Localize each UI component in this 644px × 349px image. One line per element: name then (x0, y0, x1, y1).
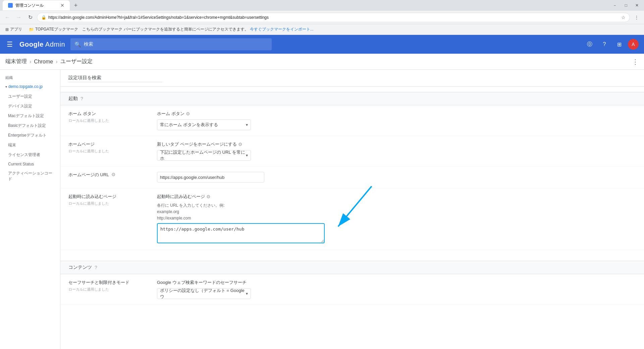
section-startup-title: 起動 (68, 96, 78, 102)
new-tab-button[interactable]: + (71, 1, 80, 10)
browser-frame: 管理コンソール ✕ + － □ ✕ ← → ↻ 🔒 https://admin.… (0, 0, 644, 349)
window-maximize-button[interactable]: □ (622, 2, 630, 9)
setting-safesearch-sublabel: ローカルに適用しました (68, 287, 149, 292)
page-wrapper: 端末管理 › Chrome › ユーザー設定 ⋮ 組織 ▾ demo.topga… (0, 54, 644, 349)
admin-header: ☰ Google Admin 🔍 ⓪ ? ⊞ A (0, 35, 644, 54)
extensions-button[interactable]: ⋮ (632, 13, 641, 22)
sidebar-sub-6[interactable]: 端末 (0, 140, 60, 150)
breadcrumb-sep-1: › (30, 59, 31, 65)
breadcrumb-sep-2: › (56, 59, 57, 65)
setting-homepage-desc: 新しいタブ ページをホームページにする ⚙ (157, 141, 636, 147)
setting-safesearch-desc: Google ウェブ検索キーワードのセーフサーチ (157, 280, 636, 286)
forward-button[interactable]: → (14, 13, 23, 22)
section-content-header: コンテンツ ? (60, 261, 644, 274)
setting-home-button-desc: ホーム ボタン ⚙ (157, 111, 636, 117)
bookmark-star-icon[interactable]: ☆ (621, 15, 626, 20)
app-content: ☰ Google Admin 🔍 ⓪ ? ⊞ A 端末管理 › Chrome (0, 35, 644, 349)
setting-startup-pages-sublabel: ローカルに適用しました (68, 201, 149, 206)
setting-homepage: ホームページ ローカルに適用しました 新しいタブ ページをホームページにする ⚙… (60, 136, 644, 166)
user-avatar[interactable]: A (628, 39, 639, 50)
hamburger-menu-button[interactable]: ☰ (5, 39, 14, 50)
breadcrumb-current: ユーザー設定 (60, 58, 93, 65)
setting-safesearch-name: セーフサーチと制限付きモード (68, 280, 149, 286)
breadcrumb-chrome[interactable]: Chrome (34, 59, 53, 65)
startup-pages-textarea[interactable]: https://apps.google.com/user/hub (157, 223, 325, 243)
main-container: 組織 ▾ demo.topgate.co.jp ユーザー設定 デバイス設定 Ma… (0, 70, 644, 349)
sidebar-sub-7[interactable]: ライセンス管理者 (0, 150, 60, 160)
bookmark-topgate-label: TOPGATEブックマーク (35, 27, 78, 32)
setting-startup-pages-name: 起動時に読み込むページ (68, 194, 149, 200)
startup-textarea-container: https://apps.google.com/user/hub (157, 223, 325, 243)
lock-icon: 🔒 (41, 15, 46, 20)
tab-close-button[interactable]: ✕ (60, 3, 64, 8)
sidebar-sub-3[interactable]: Macデフォルト設定 (0, 111, 60, 121)
help-button[interactable]: ? (598, 38, 610, 50)
sidebar-sub-8[interactable]: Current Status (0, 160, 60, 168)
settings-search-input[interactable] (68, 74, 162, 82)
homepage-select[interactable]: 下記に設定したホームページの URL を常にホ ▾ (157, 150, 251, 161)
browser-toolbar: ← → ↻ 🔒 https://admin.google.com/AdminHo… (0, 11, 644, 24)
admin-logo: Google Admin (19, 41, 65, 48)
content-help-icon[interactable]: ? (95, 265, 97, 270)
browser-tab-active[interactable]: 管理コンソール ✕ (3, 0, 70, 10)
homepage-url-input[interactable] (157, 172, 264, 183)
window-close-button[interactable]: ✕ (633, 2, 641, 9)
homepage-url-info-icon[interactable]: ⚙ (111, 172, 116, 177)
tab-title: 管理コンソール (15, 3, 44, 8)
setting-homepage-control: 新しいタブ ページをホームページにする ⚙ 下記に設定したホームページの URL… (157, 141, 636, 161)
window-controls: － □ ✕ (610, 1, 641, 10)
setting-homepage-sublabel: ローカルに適用しました (68, 149, 149, 154)
apps-grid-icon: ⊞ (5, 27, 9, 32)
startup-pages-example-text: 各行に URL を入力してください。例: example.org http://… (157, 202, 636, 222)
setting-home-button-name: ホーム ボタン (68, 111, 149, 117)
tab-favicon-icon (8, 3, 13, 8)
section-content-title: コンテンツ (68, 264, 92, 270)
breadcrumb: 端末管理 › Chrome › ユーザー設定 ⋮ (0, 54, 644, 70)
address-bar[interactable]: 🔒 https://admin.google.com/AdminHome?hl=… (37, 13, 630, 22)
bookmarks-bar: ⊞ アプリ 📁 TOPGATEブックマーク こちらのブックマーク バーにブックマ… (0, 24, 644, 35)
home-button-select-arrow-icon: ▾ (246, 122, 248, 127)
back-button[interactable]: ← (3, 13, 12, 22)
setting-startup-pages: 起動時に読み込むページ ローカルに適用しました 起動時に読み込むページ ⚙ 各行… (60, 188, 644, 250)
setting-homepage-url-name: ホームページの URL ⚙ (68, 172, 149, 178)
help-circle-button[interactable]: ⓪ (584, 38, 596, 50)
setting-safesearch-label-col: セーフサーチと制限付きモード ローカルに適用しました (68, 280, 149, 299)
refresh-button[interactable]: ↻ (25, 13, 35, 22)
sidebar-sub-2[interactable]: デバイス設定 (0, 101, 60, 111)
sidebar-item-org[interactable]: ▾ demo.topgate.co.jp (0, 82, 60, 92)
homepage-select-value: 下記に設定したホームページの URL を常にホ (160, 149, 246, 161)
more-options-button[interactable]: ⋮ (632, 58, 639, 66)
setting-startup-pages-desc: 起動時に読み込むページ ⚙ (157, 194, 636, 200)
title-bar: 管理コンソール ✕ + － □ ✕ (0, 0, 644, 11)
sidebar-sub-4[interactable]: Basicデフォルト設定 (0, 121, 60, 131)
setting-homepage-url-label-col: ホームページの URL ⚙ (68, 172, 149, 183)
bookmark-apps[interactable]: ⊞ アプリ (3, 25, 25, 34)
setting-safesearch: セーフサーチと制限付きモード ローカルに適用しました Google ウェブ検索キ… (60, 274, 644, 305)
bookmark-import-link[interactable]: 今すぐブックマークをインポート... (250, 27, 314, 32)
setting-homepage-name: ホームページ (68, 141, 149, 147)
content-area: 起動 ? ホーム ボタン ローカルに適用しました ホーム ボタン ⚙ (60, 70, 644, 349)
apps-grid-button[interactable]: ⊞ (613, 38, 625, 50)
home-button-select[interactable]: 常にホーム ボタンを表示する ▾ (157, 119, 251, 130)
setting-startup-pages-control: 起動時に読み込むページ ⚙ 各行に URL を入力してください。例: examp… (157, 194, 636, 244)
sidebar-sub-9[interactable]: アクティベーションコード (0, 168, 60, 184)
setting-homepage-url-control (157, 172, 636, 183)
bookmark-topgate[interactable]: 📁 TOPGATEブックマーク (26, 25, 81, 34)
sidebar-sub-5[interactable]: Enterpriseデフォルト (0, 131, 60, 140)
admin-search-input[interactable] (84, 42, 268, 47)
expand-icon: ▾ (5, 85, 7, 89)
safesearch-select-value: ポリシーの設定なし（デフォルト = Google ウ (160, 288, 246, 300)
safesearch-select[interactable]: ポリシーの設定なし（デフォルト = Google ウ ▾ (157, 288, 251, 299)
window-minimize-button[interactable]: － (610, 1, 620, 10)
sidebar-org-name: demo.topgate.co.jp (8, 84, 43, 89)
admin-search-bar[interactable]: 🔍 (70, 38, 272, 50)
homepage-info-icon[interactable]: ⚙ (238, 142, 243, 147)
folder-icon: 📁 (29, 27, 34, 32)
home-button-select-value: 常にホーム ボタンを表示する (160, 122, 218, 128)
startup-help-icon[interactable]: ? (80, 96, 83, 101)
home-button-info-icon[interactable]: ⚙ (186, 111, 190, 116)
setting-home-button-control: ホーム ボタン ⚙ 常にホーム ボタンを表示する ▾ (157, 111, 636, 130)
breadcrumb-device-mgmt[interactable]: 端末管理 (5, 58, 27, 65)
sidebar-sub-1[interactable]: ユーザー設定 (0, 92, 60, 101)
startup-pages-info-icon[interactable]: ⚙ (206, 194, 211, 199)
